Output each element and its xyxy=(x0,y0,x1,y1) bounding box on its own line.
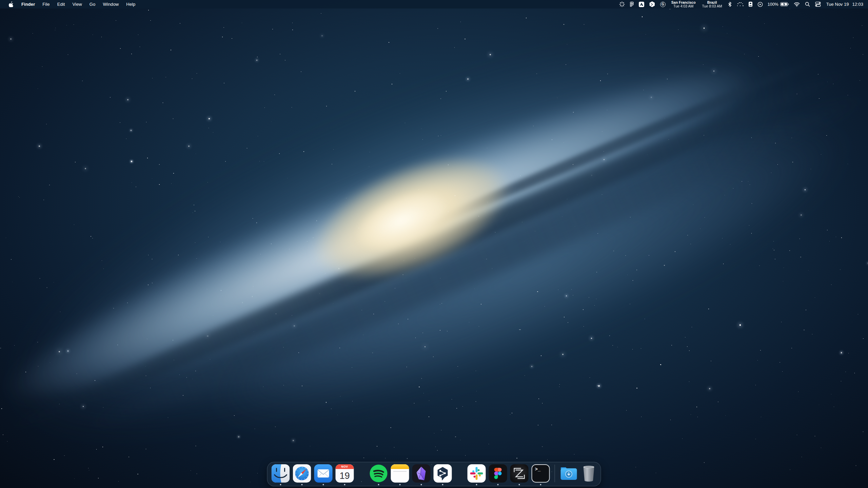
notes-icon xyxy=(391,464,409,483)
menu-bar-status: G San Francisco Tue 4:03 AM Brazil Tue 8… xyxy=(618,0,868,8)
menu-finder[interactable]: Finder xyxy=(18,0,39,8)
menu-bar-time: 12:03 xyxy=(852,2,863,7)
finder-icon xyxy=(272,464,290,483)
dock-safari[interactable] xyxy=(293,464,311,483)
running-indicator xyxy=(323,484,324,485)
spotlight-icon[interactable] xyxy=(804,0,811,8)
dock-figma[interactable] xyxy=(489,464,507,483)
lantern-icon[interactable] xyxy=(748,0,753,8)
mail-icon xyxy=(314,464,333,483)
dock-notes[interactable] xyxy=(391,464,409,483)
bluetooth-icon[interactable] xyxy=(727,0,733,8)
dotted-frame-icon[interactable] xyxy=(736,0,745,8)
vignette xyxy=(0,0,868,488)
wifi-icon[interactable] xyxy=(793,0,801,8)
menu-bar-clock[interactable]: Tue Nov 19 12:03 xyxy=(825,2,863,7)
calendar-day: 19 xyxy=(336,469,354,483)
dock: NOV 19 xyxy=(267,462,601,486)
dock-spotify[interactable] xyxy=(370,464,388,483)
menu-bar-date: Tue Nov 19 xyxy=(826,2,849,7)
figma-icon xyxy=(489,464,507,483)
running-indicator xyxy=(344,484,346,485)
dock-slack[interactable] xyxy=(468,464,486,483)
clock-city: Brazil xyxy=(707,1,717,4)
control-center-icon[interactable] xyxy=(814,0,822,8)
dock-downloads-folder[interactable] xyxy=(560,464,578,483)
zed-icon xyxy=(510,464,529,483)
menu-go[interactable]: Go xyxy=(86,0,99,8)
clock-time: Tue 8:03 AM xyxy=(702,4,722,8)
menu-bar: Finder File Edit View Go Window Help xyxy=(0,0,868,8)
sunburst-icon[interactable] xyxy=(618,0,626,8)
play-circle-icon[interactable] xyxy=(756,0,764,8)
dock-finder[interactable] xyxy=(272,464,290,483)
running-indicator xyxy=(378,484,379,485)
hexagon-share-icon[interactable] xyxy=(648,0,656,8)
running-indicator xyxy=(519,484,520,485)
dock-calendar[interactable]: NOV 19 xyxy=(336,464,354,483)
slack-icon xyxy=(468,464,486,483)
dock-zed[interactable] xyxy=(510,464,529,483)
dock-terminal[interactable]: >_ xyxy=(532,464,550,483)
battery-percent: 100% xyxy=(768,2,778,7)
g-badge: G xyxy=(662,2,664,6)
menu-help[interactable]: Help xyxy=(122,0,139,8)
apple-menu[interactable] xyxy=(5,0,18,8)
dock-trash[interactable] xyxy=(581,464,597,483)
hexagon-share-app-icon xyxy=(434,464,452,483)
dock-spacer xyxy=(455,464,465,483)
menu-edit[interactable]: Edit xyxy=(54,0,69,8)
running-indicator xyxy=(421,484,422,485)
world-clock-san-francisco[interactable]: San Francisco Tue 4:03 AM xyxy=(670,1,697,8)
terminal-prompt: >_ xyxy=(535,467,541,472)
mountain-app-icon[interactable] xyxy=(638,0,645,8)
world-clock-brazil[interactable]: Brazil Tue 8:03 AM xyxy=(701,1,724,8)
terminal-icon: >_ xyxy=(532,464,550,483)
menu-view[interactable]: View xyxy=(69,0,86,8)
menu-bar-left: Finder File Edit View Go Window Help xyxy=(0,0,139,8)
running-indicator xyxy=(399,484,401,485)
trash-icon xyxy=(581,464,597,483)
menu-window[interactable]: Window xyxy=(99,0,122,8)
running-indicator xyxy=(540,484,541,485)
dock-obsidian[interactable] xyxy=(412,464,431,483)
dock-divider xyxy=(555,465,555,482)
clock-city: San Francisco xyxy=(671,1,696,4)
menu-file[interactable]: File xyxy=(39,0,53,8)
running-indicator xyxy=(301,484,303,485)
calendar-icon: NOV 19 xyxy=(336,464,354,483)
spotify-icon xyxy=(370,464,388,483)
clock-time: Tue 4:03 AM xyxy=(673,4,693,8)
safari-icon xyxy=(293,464,311,483)
desktop: Finder File Edit View Go Window Help xyxy=(0,0,868,488)
g-app-icon[interactable]: G xyxy=(659,0,667,8)
figma-status-icon[interactable] xyxy=(629,0,635,8)
downloads-folder-icon xyxy=(560,464,578,483)
dock-hexagon-share-app[interactable] xyxy=(434,464,452,483)
dock-spacer xyxy=(357,464,367,483)
running-indicator xyxy=(497,484,499,485)
calendar-month: NOV xyxy=(336,464,354,469)
obsidian-icon xyxy=(412,464,431,483)
running-indicator xyxy=(476,484,477,485)
battery-indicator[interactable]: 100% xyxy=(767,2,790,7)
running-indicator xyxy=(442,484,443,485)
dock-mail[interactable] xyxy=(314,464,333,483)
running-indicator xyxy=(280,484,281,485)
